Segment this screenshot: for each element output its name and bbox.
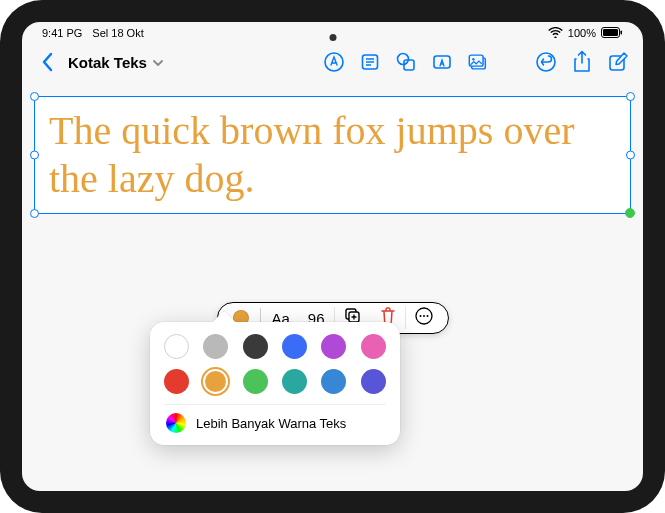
- canvas[interactable]: The quick brown fox jumps over the lazy …: [22, 80, 643, 230]
- svg-point-9: [398, 54, 409, 65]
- pen-tool-icon[interactable]: [323, 51, 345, 73]
- more-colors-button[interactable]: Lebih Banyak Warna Teks: [164, 404, 386, 439]
- color-swatch[interactable]: [282, 369, 307, 394]
- color-swatch[interactable]: [205, 371, 226, 392]
- device-camera: [329, 34, 336, 41]
- photo-tool-icon[interactable]: [467, 51, 489, 73]
- note-tool-icon[interactable]: [359, 51, 381, 73]
- color-picker-popover: Lebih Banyak Warna Teks: [150, 322, 400, 445]
- color-swatch[interactable]: [164, 369, 189, 394]
- color-swatch[interactable]: [282, 334, 307, 359]
- svg-point-13: [472, 58, 474, 60]
- svg-point-19: [423, 315, 425, 317]
- undo-icon[interactable]: [535, 51, 557, 73]
- compose-icon[interactable]: [607, 51, 629, 73]
- status-date: Sel 18 Okt: [92, 27, 143, 39]
- text-content[interactable]: The quick brown fox jumps over the lazy …: [49, 107, 616, 203]
- more-colors-label: Lebih Banyak Warna Teks: [196, 416, 346, 431]
- screen: 9:41 PG Sel 18 Okt 100% Kotak Teks: [22, 22, 643, 491]
- svg-rect-8: [404, 60, 414, 70]
- textbox-tool-icon[interactable]: [431, 51, 453, 73]
- title-dropdown-icon[interactable]: [152, 53, 164, 71]
- wifi-icon: [548, 27, 563, 40]
- color-swatch[interactable]: [321, 334, 346, 359]
- share-icon[interactable]: [571, 51, 593, 73]
- shapes-tool-icon[interactable]: [395, 51, 417, 73]
- ipad-frame: 9:41 PG Sel 18 Okt 100% Kotak Teks: [0, 0, 665, 513]
- color-swatch[interactable]: [243, 369, 268, 394]
- color-swatch[interactable]: [164, 334, 189, 359]
- svg-point-20: [426, 315, 428, 317]
- page-title[interactable]: Kotak Teks: [68, 54, 147, 71]
- battery-icon: [601, 27, 623, 40]
- svg-rect-1: [603, 29, 618, 36]
- color-swatch[interactable]: [203, 334, 228, 359]
- color-swatch[interactable]: [243, 334, 268, 359]
- status-time: 9:41 PG: [42, 27, 82, 39]
- color-swatch-grid: [164, 334, 386, 394]
- top-toolbar: Kotak Teks: [22, 44, 643, 80]
- color-swatch[interactable]: [321, 369, 346, 394]
- back-button[interactable]: [36, 51, 58, 73]
- svg-point-18: [419, 315, 421, 317]
- color-swatch[interactable]: [361, 334, 386, 359]
- resize-handle-bottom-left[interactable]: [30, 209, 39, 218]
- resize-handle-top-left[interactable]: [30, 92, 39, 101]
- resize-handle-mid-right[interactable]: [626, 151, 635, 160]
- color-swatch[interactable]: [361, 369, 386, 394]
- more-options-button[interactable]: [406, 307, 442, 329]
- ellipsis-icon: [415, 307, 433, 329]
- resize-handle-top-right[interactable]: [626, 92, 635, 101]
- color-wheel-icon: [166, 413, 186, 433]
- text-box-selected[interactable]: The quick brown fox jumps over the lazy …: [34, 96, 631, 214]
- resize-handle-mid-left[interactable]: [30, 151, 39, 160]
- battery-percent: 100%: [568, 27, 596, 39]
- resize-handle-bottom-right[interactable]: [625, 208, 635, 218]
- svg-rect-2: [621, 30, 623, 34]
